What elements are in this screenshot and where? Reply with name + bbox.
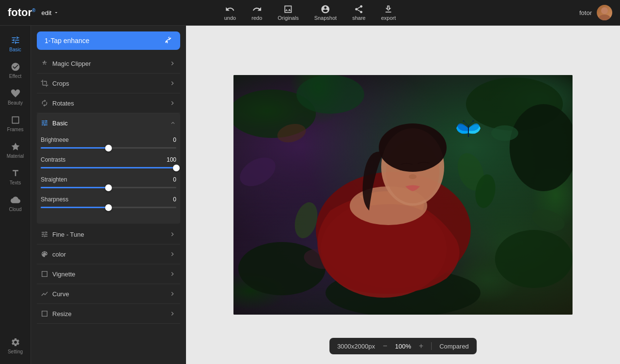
vignette-header[interactable]: Vignette	[37, 264, 180, 284]
svg-point-0	[601, 7, 608, 14]
straighten-value: 0	[173, 176, 176, 183]
straighten-fill	[41, 187, 108, 188]
share-icon	[354, 4, 364, 14]
texts-icon	[11, 168, 20, 178]
panel-vignette: Vignette	[37, 264, 180, 284]
basic-header[interactable]: Basic	[37, 113, 180, 133]
panel-crops: Crops	[37, 74, 180, 93]
crops-header[interactable]: Crops	[37, 74, 180, 93]
sharpness-value: 0	[173, 196, 176, 203]
svg-point-12	[491, 125, 518, 141]
logo: fotor®	[8, 6, 35, 19]
zoom-out-button[interactable]: −	[383, 342, 387, 350]
panel-curve: Curve	[37, 284, 180, 304]
vignette-icon	[41, 270, 48, 278]
brightness-thumb[interactable]	[105, 145, 112, 152]
basic-icon	[11, 35, 20, 45]
panel-basic: Basic Brightneee 0	[37, 113, 180, 224]
sharpness-track[interactable]	[41, 207, 176, 208]
chevron-right-vignette	[169, 270, 176, 278]
brightness-fill	[41, 147, 108, 149]
chevron-right-icon	[169, 60, 176, 67]
share-button[interactable]: share	[352, 4, 366, 21]
contrasts-value: 100	[167, 156, 176, 163]
straighten-slider-row: Straighten 0	[41, 176, 176, 188]
sidebar-item-material[interactable]: Material	[0, 138, 31, 163]
brightness-label: Brightneee	[41, 136, 69, 143]
sidebar-item-setting[interactable]: Setting	[0, 334, 31, 358]
sidebar-item-texts[interactable]: Texts	[0, 165, 31, 189]
contrasts-fill	[41, 167, 176, 168]
sidebar-label-material: Material	[7, 153, 24, 159]
chevron-up-icon	[170, 120, 176, 126]
photo-canvas	[233, 75, 573, 315]
sidebar-item-cloud[interactable]: Cloud	[0, 191, 31, 216]
export-icon	[384, 4, 393, 14]
contrasts-slider-row: Contrasts 100	[41, 156, 176, 168]
frames-icon	[11, 115, 20, 125]
straighten-track[interactable]	[41, 187, 176, 188]
material-icon	[11, 142, 20, 152]
contrasts-thumb[interactable]	[173, 165, 180, 171]
main: Basic Effect Beauty Frames Material Text…	[0, 26, 620, 364]
originals-button[interactable]: Originals	[278, 4, 298, 21]
image-container	[233, 75, 573, 315]
sidebar-item-beauty[interactable]: Beauty	[0, 85, 31, 109]
sidebar-item-effect[interactable]: Effect	[0, 58, 31, 83]
svg-point-9	[235, 152, 280, 192]
canvas-area: 3000x2000px − 100% + Compared	[186, 26, 620, 364]
curve-icon	[41, 290, 48, 298]
setting-icon	[11, 337, 20, 347]
contrasts-label: Contrasts	[41, 156, 65, 163]
beauty-icon	[11, 89, 20, 98]
redo-icon	[252, 4, 262, 14]
zoom-in-button[interactable]: +	[419, 342, 423, 350]
sidebar-item-basic[interactable]: Basic	[0, 31, 31, 56]
chevron-right-fine-tune	[169, 230, 176, 238]
color-header[interactable]: color	[37, 244, 180, 264]
originals-icon	[283, 4, 293, 14]
crops-icon	[41, 79, 48, 87]
edit-dropdown[interactable]: edit	[41, 9, 59, 16]
sidebar-label-basic: Basic	[9, 47, 21, 52]
undo-button[interactable]: undo	[224, 4, 236, 21]
basic-section-icon	[41, 119, 48, 127]
left-panel: 1-Tap enhance Magic Clipper Crops	[31, 26, 186, 364]
sharpness-thumb[interactable]	[105, 204, 112, 211]
chevron-right-curve	[169, 290, 176, 298]
svg-point-6	[495, 230, 573, 288]
fine-tune-header[interactable]: Fine - Tune	[37, 225, 180, 244]
panel-rotates: Rotates	[37, 93, 180, 113]
snapshot-icon	[321, 4, 330, 14]
sidebar-label-setting: Setting	[8, 349, 23, 354]
chevron-right-icon-crops	[169, 79, 176, 87]
sharpness-fill	[41, 207, 108, 208]
zoom-bar: 3000x2000px − 100% + Compared	[329, 338, 477, 354]
sidebar-item-frames[interactable]: Frames	[0, 111, 31, 136]
undo-icon	[225, 4, 235, 14]
header-right: fotor	[579, 5, 612, 20]
avatar-image	[597, 5, 612, 20]
magic-wand-icon	[164, 36, 172, 45]
export-button[interactable]: export	[381, 4, 396, 21]
one-tap-enhance-button[interactable]: 1-Tap enhance	[37, 31, 180, 50]
brightness-value: 0	[173, 136, 176, 143]
magic-clipper-header[interactable]: Magic Clipper	[37, 54, 180, 73]
svg-point-3	[296, 75, 364, 114]
resize-header[interactable]: Resize	[37, 304, 180, 323]
redo-button[interactable]: redo	[251, 4, 262, 21]
chevron-right-color	[169, 250, 176, 258]
curve-header[interactable]: Curve	[37, 284, 180, 303]
snapshot-button[interactable]: Snapshot	[314, 4, 337, 21]
svg-point-1	[599, 15, 610, 20]
rotates-header[interactable]: Rotates	[37, 93, 180, 113]
resize-icon	[41, 310, 48, 318]
avatar[interactable]	[597, 5, 612, 20]
straighten-thumb[interactable]	[105, 184, 112, 191]
brightness-track[interactable]	[41, 147, 176, 149]
sidebar-label-effect: Effect	[9, 74, 21, 79]
compared-button[interactable]: Compared	[439, 343, 469, 350]
contrasts-track[interactable]	[41, 167, 176, 168]
panel-magic-clipper: Magic Clipper	[37, 54, 180, 74]
user-name: fotor	[579, 9, 592, 16]
